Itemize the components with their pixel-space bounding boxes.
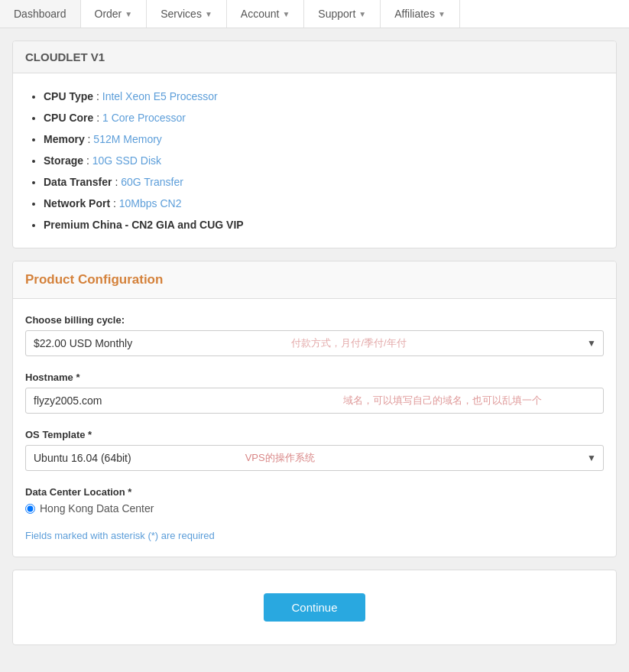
data-center-label: Data Center Location *	[25, 486, 604, 498]
spec-value-transfer: 60G Transfer	[121, 176, 183, 188]
specs-panel-body: CPU Type : Intel Xeon E5 Processor CPU C…	[13, 73, 616, 248]
config-panel-title: Product Configuration	[13, 261, 616, 299]
nav-item-affiliates[interactable]: Affiliates ▼	[381, 0, 460, 28]
os-template-label: OS Template *	[25, 429, 604, 440]
hostname-label: Hostname *	[25, 372, 604, 383]
data-center-group: Data Center Location * Hong Kong Data Ce…	[25, 486, 604, 515]
spec-colon-1: :	[96, 90, 102, 102]
nav-label-support: Support	[318, 8, 355, 20]
spec-label-storage: Storage	[44, 154, 83, 167]
billing-cycle-group: Choose billing cycle: $22.00 USD Monthly…	[25, 314, 604, 356]
spec-premium: Premium China - CN2 GIA and CUG VIP	[44, 219, 244, 231]
spec-colon-6: :	[113, 197, 119, 209]
spec-label-memory: Memory	[44, 133, 85, 145]
chevron-down-icon: ▼	[205, 10, 212, 18]
list-item: Network Port : 10Mbps CN2	[44, 193, 604, 214]
spec-label-cpu-core: CPU Core	[44, 112, 93, 124]
spec-label-transfer: Data Transfer	[44, 176, 112, 188]
list-item: Premium China - CN2 GIA and CUG VIP	[44, 214, 604, 235]
nav-item-dashboard[interactable]: Dashboard	[0, 0, 81, 28]
data-center-value: Hong Kong Data Center	[40, 502, 154, 515]
os-template-group: OS Template * Ubuntu 16.04 (64bit) CentO…	[25, 429, 604, 471]
bottom-panel: Continue	[12, 570, 617, 645]
list-item: CPU Core : 1 Core Processor	[44, 107, 604, 128]
specs-panel-title: CLOUDLET V1	[13, 41, 616, 73]
spec-value-network: 10Mbps CN2	[119, 197, 182, 209]
spec-value-cpu-type: Intel Xeon E5 Processor	[102, 90, 218, 102]
os-template-select[interactable]: Ubuntu 16.04 (64bit) CentOS 7 (64bit) De…	[25, 445, 604, 471]
spec-value-cpu-core: 1 Core Processor	[102, 112, 186, 124]
list-item: Storage : 10G SSD Disk	[44, 150, 604, 171]
hostname-group: Hostname * 域名，可以填写自己的域名，也可以乱填一个	[25, 372, 604, 414]
nav-label-order: Order	[95, 8, 122, 20]
nav-label-account: Account	[241, 8, 280, 20]
list-item: Data Transfer : 60G Transfer	[44, 171, 604, 193]
config-panel-body: Choose billing cycle: $22.00 USD Monthly…	[13, 299, 616, 557]
data-center-label-text: Data Center Location *	[25, 486, 131, 498]
nav-item-account[interactable]: Account ▼	[227, 0, 305, 28]
spec-value-storage: 10G SSD Disk	[92, 154, 161, 167]
nav-item-services[interactable]: Services ▼	[147, 0, 227, 28]
nav-label-dashboard: Dashboard	[14, 8, 66, 20]
chevron-down-icon: ▼	[282, 10, 290, 18]
list-item: Memory : 512M Memory	[44, 128, 604, 150]
spec-colon-2: :	[96, 112, 102, 124]
spec-list: CPU Type : Intel Xeon E5 Processor CPU C…	[25, 86, 604, 235]
required-note: Fields marked with asterisk (*) are requ…	[25, 530, 604, 541]
hostname-input-wrapper: 域名，可以填写自己的域名，也可以乱填一个	[25, 388, 604, 414]
spec-label-cpu-type: CPU Type	[44, 90, 93, 102]
os-template-select-wrapper: Ubuntu 16.04 (64bit) CentOS 7 (64bit) De…	[25, 445, 604, 471]
chevron-down-icon: ▼	[438, 10, 446, 18]
specs-panel: CLOUDLET V1 CPU Type : Intel Xeon E5 Pro…	[12, 41, 617, 248]
billing-cycle-select-wrapper: $22.00 USD Monthly $66.00 USD Quarterly …	[25, 330, 604, 356]
config-panel: Product Configuration Choose billing cyc…	[12, 261, 617, 557]
hostname-input[interactable]	[25, 388, 604, 414]
chevron-down-icon: ▼	[358, 10, 366, 18]
data-center-radio-hk[interactable]	[25, 504, 35, 514]
data-center-radio-group: Hong Kong Data Center	[25, 502, 604, 515]
nav-label-affiliates: Affiliates	[394, 8, 435, 20]
nav-item-order[interactable]: Order ▼	[81, 0, 148, 28]
spec-colon-5: :	[115, 176, 121, 188]
list-item: CPU Type : Intel Xeon E5 Processor	[44, 86, 604, 107]
navbar: Dashboard Order ▼ Services ▼ Account ▼ S…	[0, 0, 629, 28]
spec-colon-4: :	[86, 154, 92, 167]
main-content: CLOUDLET V1 CPU Type : Intel Xeon E5 Pro…	[0, 28, 629, 657]
nav-label-services: Services	[160, 8, 202, 20]
nav-item-support[interactable]: Support ▼	[304, 0, 381, 28]
spec-value-memory: 512M Memory	[93, 133, 161, 145]
spec-label-network: Network Port	[44, 197, 110, 209]
continue-button[interactable]: Continue	[264, 593, 365, 622]
billing-cycle-select[interactable]: $22.00 USD Monthly $66.00 USD Quarterly …	[25, 330, 604, 356]
chevron-down-icon: ▼	[125, 10, 132, 18]
billing-cycle-label: Choose billing cycle:	[25, 314, 604, 326]
